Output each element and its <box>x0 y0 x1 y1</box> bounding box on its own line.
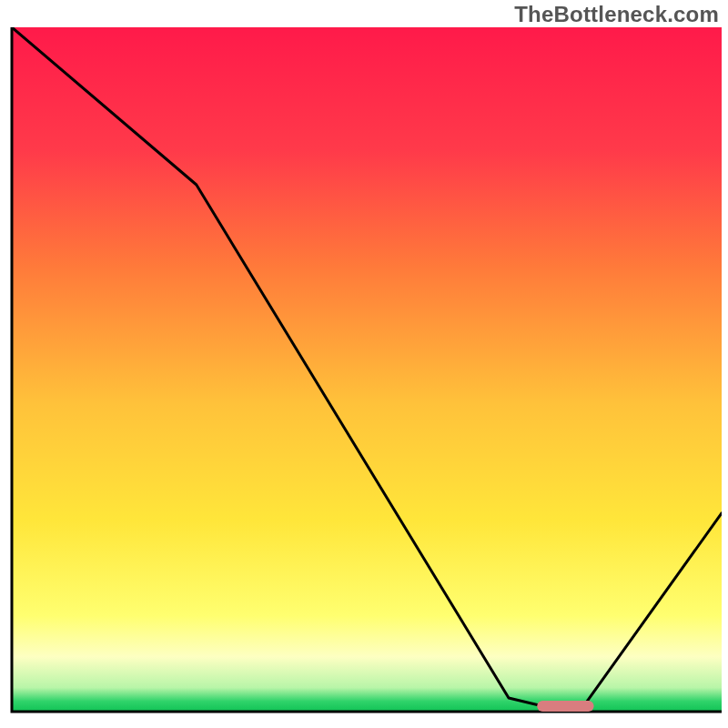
gradient-background <box>12 27 722 712</box>
bottleneck-chart <box>0 0 728 728</box>
chart-container: TheBottleneck.com <box>0 0 728 728</box>
watermark-label: TheBottleneck.com <box>514 2 719 27</box>
optimal-range-marker <box>537 701 593 712</box>
